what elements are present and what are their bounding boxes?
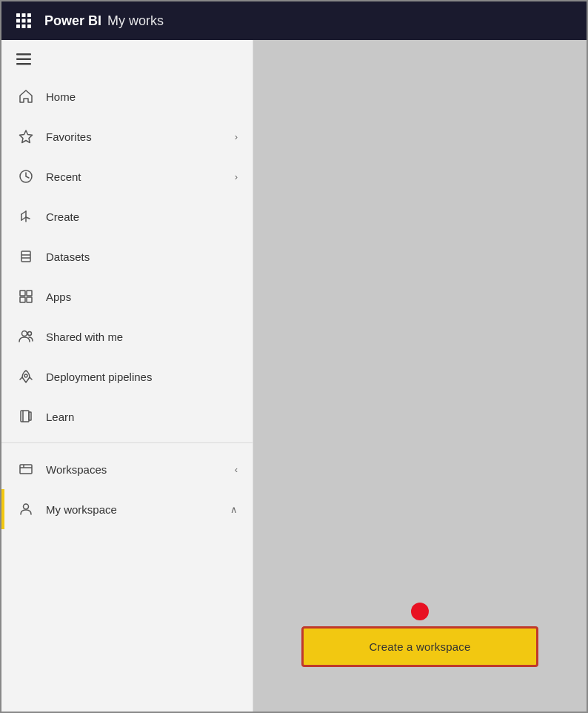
workspaces-icon (16, 460, 36, 479)
sidebar-item-datasets[interactable]: Datasets (1, 236, 253, 276)
sidebar-item-learn[interactable]: Learn (1, 397, 253, 437)
svg-rect-31 (20, 465, 32, 474)
create-workspace-button[interactable]: Create a workspace (301, 626, 538, 667)
myworkspace-chevron: ∧ (230, 504, 238, 515)
sidebar-item-home[interactable]: Home (1, 76, 253, 116)
sidebar-item-apps[interactable]: Apps (1, 276, 253, 316)
topbar: Power BI My works (1, 1, 587, 40)
learn-label: Learn (46, 411, 238, 423)
recent-chevron: › (235, 171, 238, 182)
notification-dot (411, 603, 429, 620)
svg-marker-12 (20, 130, 33, 143)
svg-line-15 (21, 211, 26, 214)
sidebar-item-deployment[interactable]: Deployment pipelines (1, 356, 253, 397)
waffle-icon[interactable] (10, 7, 37, 34)
workspaces-chevron: ‹ (235, 464, 238, 475)
svg-rect-5 (27, 19, 31, 23)
svg-rect-1 (22, 13, 26, 17)
sidebar-divider (1, 442, 253, 443)
shared-label: Shared with me (46, 331, 238, 343)
sidebar-item-create[interactable]: Create (1, 196, 253, 236)
svg-point-26 (22, 331, 27, 336)
content-area: Create a workspace (253, 40, 587, 712)
svg-rect-22 (20, 291, 25, 296)
rocket-icon (16, 367, 36, 386)
svg-rect-29 (21, 411, 29, 422)
svg-rect-7 (22, 24, 26, 28)
svg-rect-11 (16, 63, 31, 65)
svg-rect-8 (27, 24, 31, 28)
app-title: Power BI (44, 13, 101, 29)
apps-label: Apps (46, 291, 238, 303)
favorites-label: Favorites (46, 130, 235, 143)
svg-point-28 (24, 374, 27, 377)
create-workspace-container: Create a workspace (301, 603, 538, 667)
sidebar-item-recent[interactable]: Recent › (1, 156, 253, 196)
svg-rect-23 (27, 291, 32, 296)
svg-rect-30 (29, 412, 31, 420)
myworkspace-label: My workspace (46, 503, 230, 516)
svg-rect-2 (27, 13, 31, 17)
sidebar: Home Favorites › (1, 40, 253, 712)
clock-icon (16, 167, 36, 186)
home-icon (16, 87, 36, 106)
person-icon (16, 500, 36, 519)
favorites-chevron: › (235, 131, 238, 142)
dataset-icon (16, 247, 36, 266)
sidebar-item-shared[interactable]: Shared with me (1, 316, 253, 356)
app-subtitle: My works (107, 13, 164, 29)
svg-rect-3 (16, 19, 20, 23)
svg-point-27 (28, 332, 32, 336)
create-label: Create (46, 210, 238, 223)
create-icon (16, 207, 36, 226)
sidebar-item-workspaces[interactable]: Workspaces ‹ (1, 449, 253, 489)
svg-line-17 (21, 217, 26, 220)
sidebar-item-myworkspace[interactable]: My workspace ∧ (1, 489, 253, 529)
svg-rect-10 (16, 59, 31, 61)
svg-rect-24 (20, 297, 25, 302)
svg-rect-19 (21, 251, 30, 262)
workspaces-label: Workspaces (46, 463, 235, 476)
svg-point-34 (24, 504, 29, 509)
deployment-label: Deployment pipelines (46, 371, 238, 383)
book-icon (16, 407, 36, 426)
svg-rect-4 (22, 19, 26, 23)
main-area: Home Favorites › (1, 40, 587, 712)
apps-icon (16, 287, 36, 306)
svg-rect-0 (16, 13, 20, 17)
home-label: Home (46, 90, 238, 103)
sidebar-item-favorites[interactable]: Favorites › (1, 116, 253, 156)
svg-rect-9 (16, 53, 31, 56)
app-frame: Power BI My works Home (0, 0, 588, 713)
datasets-label: Datasets (46, 251, 238, 263)
shared-icon (16, 327, 36, 346)
svg-rect-25 (27, 297, 32, 302)
hamburger-button[interactable] (1, 40, 253, 76)
star-icon (16, 127, 36, 146)
recent-label: Recent (46, 170, 235, 183)
svg-rect-6 (16, 24, 20, 28)
